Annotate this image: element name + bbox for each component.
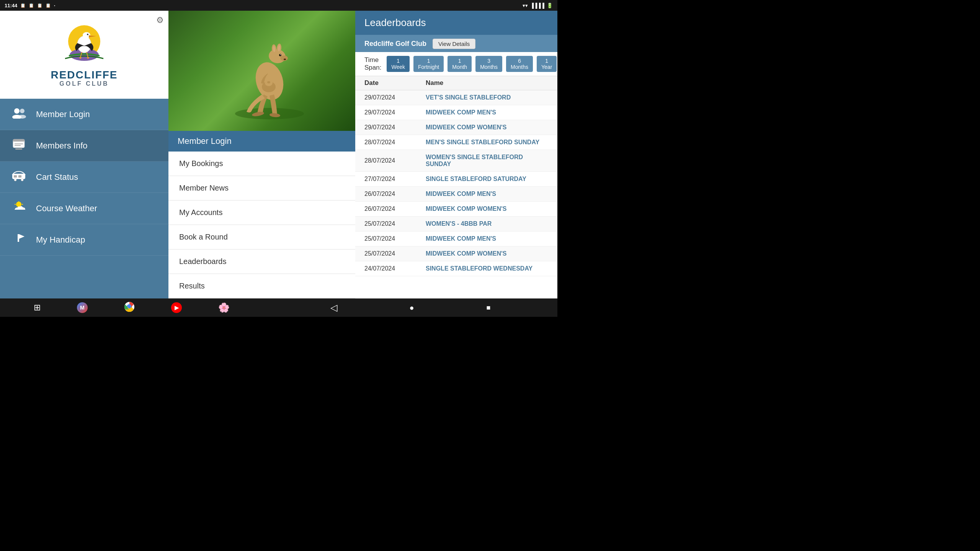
leaderboard-title: Leaderboards (355, 11, 557, 35)
timespan-3months[interactable]: 3 Months (475, 56, 502, 72)
svg-point-47 (128, 305, 131, 308)
members-info-icon (11, 139, 27, 153)
svg-point-20 (21, 179, 23, 181)
svg-rect-18 (18, 175, 21, 178)
row-name[interactable]: WOMEN'S - 4BBB PAR (426, 220, 548, 227)
leaderboard-list: 29/07/2024 VET'S SINGLE STABLEFORD 29/07… (355, 90, 557, 298)
middle-menu: My Bookings Member News My Accounts Book… (168, 152, 355, 298)
row-name[interactable]: MIDWEEK COMP MEN'S (426, 191, 548, 197)
table-row: 29/07/2024 MIDWEEK COMP WOMEN'S (355, 120, 557, 135)
svg-point-36 (279, 54, 281, 56)
svg-point-37 (280, 54, 281, 55)
timespan-6months[interactable]: 6 Months (506, 56, 533, 72)
svg-point-31 (280, 55, 288, 61)
row-date: 27/07/2024 (364, 176, 426, 183)
bottom-nav-system: ◁ ● ■ (263, 302, 557, 313)
row-date: 29/07/2024 (364, 109, 426, 116)
kangaroo-image (231, 20, 308, 119)
timespan-1week[interactable]: 1 Week (387, 56, 410, 72)
nav-item-members-info[interactable]: Members Info (0, 130, 168, 161)
row-name[interactable]: MIDWEEK COMP WOMEN'S (426, 124, 548, 131)
status-dot: • (54, 4, 55, 7)
svg-point-7 (14, 108, 20, 114)
svg-point-38 (284, 59, 286, 60)
table-row: 28/07/2024 MEN'S SINGLE STABLEFORD SUNDA… (355, 135, 557, 150)
bottom-nav: ⊞ M ▶ 🌸 ◁ ● ■ (0, 298, 557, 317)
status-bar-left: 11:44 📋 📋 📋 📋 • (5, 3, 55, 8)
table-row: 26/07/2024 MIDWEEK COMP WOMEN'S (355, 202, 557, 217)
club-sub-main: GOLF CLUB (51, 80, 118, 87)
svg-rect-26 (18, 234, 19, 242)
signal-icon: ▐▐▐▐ (530, 3, 544, 8)
gear-button[interactable]: ⚙ (156, 15, 164, 25)
leaderboards-panel: Leaderboards Redcliffe Golf Club View De… (355, 11, 557, 298)
chrome-icon[interactable] (124, 302, 135, 314)
photos-icon[interactable]: 🌸 (218, 302, 230, 313)
youtube-icon[interactable]: ▶ (171, 302, 182, 313)
status-bar: 11:44 📋 📋 📋 📋 • ▾▾ ▐▐▐▐ 🔋 (0, 0, 557, 11)
member-login-icon (11, 107, 27, 121)
timespan-1fortnight[interactable]: 1 Fortnight (413, 56, 444, 72)
status-bar-right: ▾▾ ▐▐▐▐ 🔋 (523, 3, 553, 8)
row-date: 28/07/2024 (364, 157, 426, 164)
timespan-1month[interactable]: 1 Month (448, 56, 472, 72)
nav-item-cart-status[interactable]: Cart Status (0, 161, 168, 193)
row-name[interactable]: MIDWEEK COMP MEN'S (426, 235, 548, 242)
menu-item-my-accounts[interactable]: My Accounts (168, 201, 355, 225)
nav-item-course-weather[interactable]: Course Weather (0, 193, 168, 224)
middle-panel: Member Login My Bookings Member News My … (168, 11, 355, 298)
timespan-row: Time Span: 1 Week 1 Fortnight 1 Month 3 … (355, 52, 557, 76)
timespan-1year[interactable]: 1 Year (537, 56, 557, 72)
notif-icon2: 📋 (29, 3, 34, 8)
svg-point-41 (267, 81, 270, 83)
svg-marker-27 (19, 234, 24, 239)
row-date: 25/07/2024 (364, 235, 426, 242)
row-date: 25/07/2024 (364, 220, 426, 227)
row-name[interactable]: MIDWEEK COMP WOMEN'S (426, 205, 548, 212)
row-name[interactable]: SINGLE STABLEFORD WEDNESDAY (426, 265, 548, 272)
nav-label-course-weather: Course Weather (36, 204, 97, 214)
nav-label-members-info: Members Info (36, 141, 88, 151)
leaderboard-club-row: Redcliffe Golf Club View Details (355, 35, 557, 52)
table-row: 25/07/2024 MIDWEEK COMP MEN'S (355, 231, 557, 246)
svg-rect-15 (15, 148, 22, 150)
svg-point-4 (87, 34, 88, 35)
row-date: 25/07/2024 (364, 250, 426, 257)
svg-rect-17 (14, 175, 17, 178)
grid-icon[interactable]: ⊞ (34, 303, 41, 313)
row-name[interactable]: MIDWEEK COMP WOMEN'S (426, 250, 548, 257)
bottom-nav-apps: ⊞ M ▶ 🌸 (0, 302, 263, 314)
notif-icon1: 📋 (20, 3, 26, 8)
back-button[interactable]: ◁ (330, 302, 337, 313)
row-name[interactable]: SINGLE STABLEFORD SATURDAY (426, 176, 548, 183)
recents-button[interactable]: ■ (487, 304, 491, 312)
battery-icon: 🔋 (547, 3, 553, 8)
home-button[interactable]: ● (410, 303, 414, 312)
menu-item-book-a-round[interactable]: Book a Round (168, 225, 355, 249)
view-details-button[interactable]: View Details (433, 39, 475, 49)
nav-label-my-handicap: My Handicap (36, 235, 85, 245)
menu-item-my-bookings[interactable]: My Bookings (168, 152, 355, 176)
table-row: 29/07/2024 MIDWEEK COMP MEN'S (355, 105, 557, 120)
header-date: Date (364, 79, 426, 87)
row-name[interactable]: WOMEN'S SINGLE STABLEFORD SUNDAY (426, 154, 548, 168)
menu-item-leaderboards[interactable]: Leaderboards (168, 249, 355, 274)
row-date: 28/07/2024 (364, 139, 426, 146)
main-container: ⚙ (0, 11, 557, 298)
table-row: 25/07/2024 MIDWEEK COMP WOMEN'S (355, 246, 557, 261)
svg-rect-12 (13, 139, 24, 142)
menu-item-member-news[interactable]: Member News (168, 176, 355, 201)
nav-item-member-login[interactable]: Member Login (0, 99, 168, 130)
notif-icon3: 📋 (37, 3, 42, 8)
timespan-label: Time Span: (364, 56, 381, 72)
row-name[interactable]: MIDWEEK COMP MEN'S (426, 109, 548, 116)
row-name[interactable]: VET'S SINGLE STABLEFORD (426, 94, 548, 101)
nav-item-my-handicap[interactable]: My Handicap (0, 224, 168, 256)
svg-point-10 (18, 115, 26, 119)
table-row: 25/07/2024 WOMEN'S - 4BBB PAR (355, 217, 557, 231)
gmail-icon[interactable]: M (77, 302, 88, 313)
sidebar-logo: ⚙ (0, 11, 168, 99)
row-name[interactable]: MEN'S SINGLE STABLEFORD SUNDAY (426, 139, 548, 146)
menu-item-results[interactable]: Results (168, 274, 355, 298)
table-header: Date Name (355, 76, 557, 90)
